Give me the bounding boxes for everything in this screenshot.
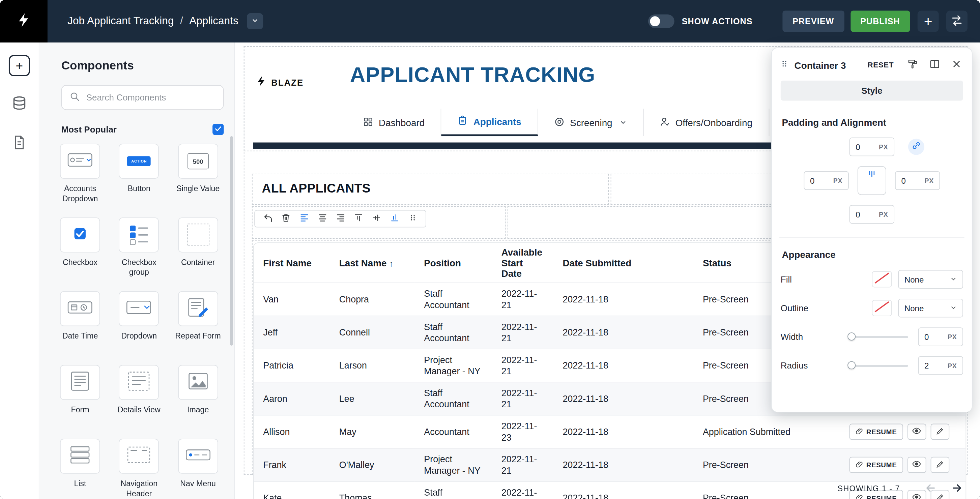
padding-bottom-input[interactable]: 0 PX (850, 205, 894, 224)
date-time-icon (67, 300, 92, 318)
align-middle-icon (372, 213, 382, 224)
outline-dropdown[interactable]: None (898, 299, 963, 318)
tab-offers-onboarding[interactable]: Offers/Onboarding (643, 108, 769, 136)
component-tile-single-value[interactable]: 500 Single Value (170, 144, 226, 209)
details-view-icon (128, 371, 150, 394)
component-tile-container[interactable]: Container (170, 218, 226, 283)
pages-tool-button[interactable] (9, 132, 30, 154)
tab-dashboard[interactable]: Dashboard (347, 108, 442, 136)
preview-button[interactable]: PREVIEW (783, 11, 844, 32)
align-left-button[interactable] (296, 212, 312, 226)
column-header-start-date[interactable]: Available Start Date (492, 243, 554, 283)
select-parent-button[interactable] (260, 212, 275, 226)
tab-style[interactable]: Style (781, 81, 963, 100)
align-right-button[interactable] (332, 212, 348, 226)
fill-color-swatch[interactable] (872, 271, 892, 287)
edit-row-button[interactable] (931, 424, 949, 440)
component-tile-grid: Accounts Dropdown ACTION Button 500 Sing… (52, 144, 226, 499)
tab-applicants[interactable]: Applicants (441, 108, 538, 136)
breadcrumb-page-name[interactable]: Applicants (189, 15, 238, 27)
align-center-button[interactable] (314, 212, 330, 226)
data-tool-button[interactable] (9, 94, 30, 115)
panel-scrollbar[interactable] (230, 136, 233, 346)
page-dropdown-button[interactable] (247, 13, 263, 29)
component-tile-nav-menu[interactable]: Nav Menu (170, 439, 226, 499)
component-tile-image[interactable]: Image (170, 365, 226, 430)
align-top-button[interactable] (351, 212, 366, 226)
padding-section-title: Padding and Alignment (782, 117, 963, 128)
padding-left-input[interactable]: 0 PX (803, 171, 848, 190)
component-tile-navigation-header[interactable]: Navigation Header (111, 439, 167, 499)
component-tile-repeat-form[interactable]: Repeat Form (170, 291, 226, 356)
app-logo-button[interactable] (0, 0, 48, 43)
component-tile-accounts-dropdown[interactable]: Accounts Dropdown (52, 144, 108, 209)
previous-page-button[interactable] (921, 480, 940, 497)
close-panel-button[interactable] (949, 58, 963, 72)
padding-top-input[interactable]: 0 PX (850, 138, 894, 156)
next-page-button[interactable] (948, 480, 967, 497)
lightning-bolt-icon (16, 12, 32, 31)
component-tile-date-time[interactable]: Date Time (52, 291, 108, 356)
none-slash-icon (874, 272, 890, 287)
table-row[interactable]: Frank O'Malley Project Manager - NY 2022… (254, 448, 966, 481)
add-button[interactable]: + (918, 11, 939, 32)
column-header-date-submitted[interactable]: Date Submitted (554, 243, 694, 283)
components-tool-button[interactable]: + (9, 55, 30, 76)
eye-icon (912, 459, 922, 470)
width-input[interactable]: 0 PX (918, 327, 963, 346)
width-row: Width 0 PX (781, 327, 963, 346)
drag-handle[interactable] (405, 212, 420, 226)
component-tile-checkbox[interactable]: Checkbox (52, 218, 108, 283)
width-label: Width (781, 332, 848, 342)
topbar: Job Applicant Tracking / Applicants SHOW… (0, 0, 980, 43)
repeat-form-icon (188, 297, 209, 320)
publish-button[interactable]: PUBLISH (850, 11, 910, 32)
most-popular-checkbox[interactable] (212, 124, 224, 135)
component-tile-form[interactable]: Form (52, 365, 108, 430)
app-title: APPLICANT TRACKING (350, 62, 595, 87)
width-slider[interactable] (848, 332, 908, 341)
column-header-last-name[interactable]: Last Name↑ (330, 243, 414, 283)
components-panel: Components Most Popular Accounts Dropdow… (39, 43, 235, 499)
alignment-selector[interactable] (858, 166, 886, 195)
component-tile-details-view[interactable]: Details View (111, 365, 167, 430)
tab-screening[interactable]: Screening (538, 108, 643, 136)
switch-view-button[interactable] (946, 11, 967, 32)
align-bottom-icon (390, 213, 399, 224)
component-tile-checkbox-group[interactable]: Checkbox group (111, 218, 167, 283)
padding-right-input[interactable]: 0 PX (895, 171, 940, 190)
breadcrumb-app-name[interactable]: Job Applicant Tracking (67, 15, 174, 27)
slider-thumb[interactable] (848, 361, 856, 369)
layout-columns-button[interactable] (928, 58, 941, 72)
radius-slider[interactable] (848, 361, 908, 370)
radius-input[interactable]: 2 PX (918, 356, 963, 375)
slider-thumb[interactable] (848, 332, 856, 340)
edit-row-button[interactable] (931, 457, 949, 473)
table-row[interactable]: Allison May Accountant 2022-11-23 2022-1… (254, 415, 966, 448)
resume-button[interactable]: RESUME (850, 424, 903, 440)
fill-dropdown[interactable]: None (898, 270, 963, 289)
theme-button[interactable] (905, 58, 919, 72)
search-components-input[interactable] (85, 92, 223, 103)
component-tile-list[interactable]: List (52, 439, 108, 499)
component-tile-button[interactable]: ACTION Button (111, 144, 167, 209)
outline-color-swatch[interactable] (872, 300, 892, 316)
delete-button[interactable] (278, 212, 294, 226)
align-middle-button[interactable] (369, 212, 384, 226)
reset-button[interactable]: RESET (864, 60, 897, 70)
column-header-position[interactable]: Position (414, 243, 492, 283)
pencil-icon (935, 459, 944, 470)
pencil-icon (935, 426, 944, 437)
view-row-button[interactable] (907, 457, 926, 473)
component-tile-dropdown[interactable]: Dropdown (111, 291, 167, 356)
column-header-first-name[interactable]: First Name (254, 243, 330, 283)
breadcrumb: Job Applicant Tracking / Applicants (67, 13, 263, 29)
search-components-box[interactable] (61, 85, 224, 110)
show-actions-toggle[interactable] (648, 14, 675, 28)
link-padding-button[interactable] (908, 138, 924, 155)
app-nav-tabs: Dashboard Applicants Screening (347, 108, 812, 136)
resume-button[interactable]: RESUME (850, 457, 903, 473)
align-bottom-button[interactable] (387, 212, 402, 226)
drag-grip-icon[interactable] (781, 59, 788, 70)
view-row-button[interactable] (907, 424, 926, 440)
